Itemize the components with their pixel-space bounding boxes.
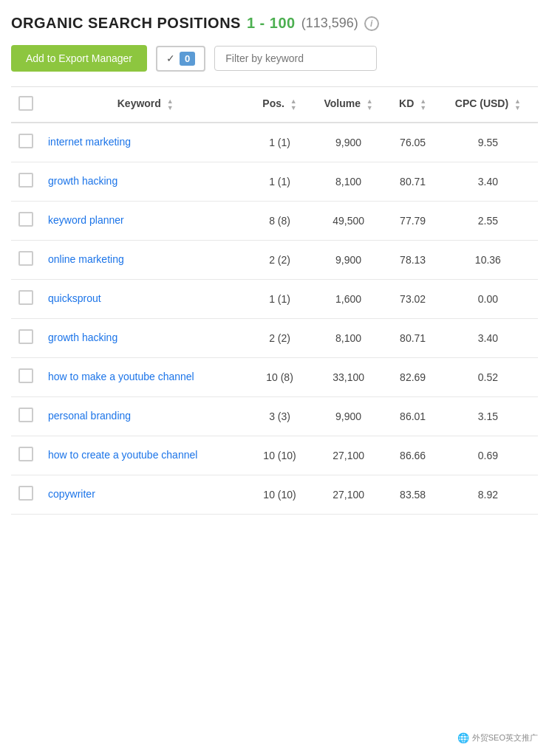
row-checkbox[interactable] — [18, 251, 33, 266]
header-checkbox[interactable] — [18, 96, 33, 111]
row-volume: 33,100 — [310, 358, 388, 397]
row-pos: 1 (1) — [250, 162, 309, 202]
keyword-link[interactable]: internet marketing — [48, 136, 131, 148]
row-keyword: quicksprout — [41, 280, 250, 319]
volume-sort-icon[interactable]: ▲▼ — [366, 98, 373, 111]
row-checkbox-cell — [11, 241, 41, 280]
header-keyword: Keyword ▲▼ — [41, 87, 250, 123]
row-checkbox-cell — [11, 319, 41, 358]
row-kd: 80.71 — [388, 162, 438, 202]
keyword-sort-icon[interactable]: ▲▼ — [167, 98, 174, 111]
row-kd: 80.71 — [388, 319, 438, 358]
table-row: growth hacking2 (2)8,10080.713.40 — [11, 319, 538, 358]
row-cpc: 0.52 — [438, 358, 538, 397]
row-keyword: copywriter — [41, 475, 250, 515]
header-volume: Volume ▲▼ — [310, 87, 388, 123]
row-volume: 1,600 — [310, 280, 388, 319]
watermark-icon: 🌐 — [457, 732, 469, 743]
row-volume: 27,100 — [310, 475, 388, 515]
keyword-link[interactable]: copywriter — [48, 488, 95, 500]
row-keyword: personal branding — [41, 397, 250, 436]
row-pos: 2 (2) — [250, 319, 309, 358]
row-pos: 8 (8) — [250, 202, 309, 241]
table-row: how to make a youtube channel10 (8)33,10… — [11, 358, 538, 397]
row-checkbox[interactable] — [18, 408, 33, 422]
keyword-link[interactable]: growth hacking — [48, 175, 117, 187]
export-button[interactable]: Add to Export Manager — [11, 45, 147, 72]
table-row: quicksprout1 (1)1,60073.020.00 — [11, 280, 538, 319]
row-pos: 10 (10) — [250, 436, 309, 475]
row-cpc: 10.36 — [438, 241, 538, 280]
main-container: ORGANIC SEARCH POSITIONS 1 - 100 (113,59… — [0, 0, 549, 529]
header-kd: KD ▲▼ — [388, 87, 438, 123]
watermark: 🌐 外贸SEO英文推广 — [454, 731, 542, 745]
row-cpc: 9.55 — [438, 123, 538, 162]
row-kd: 86.01 — [388, 397, 438, 436]
row-checkbox[interactable] — [18, 447, 33, 461]
row-kd: 73.02 — [388, 280, 438, 319]
keyword-link[interactable]: online marketing — [48, 253, 124, 265]
row-pos: 10 (8) — [250, 358, 309, 397]
row-checkbox[interactable] — [18, 290, 33, 305]
table-row: copywriter10 (10)27,10083.588.92 — [11, 475, 538, 515]
page-count: (113,596) — [301, 16, 358, 31]
pos-sort-icon[interactable]: ▲▼ — [290, 98, 297, 111]
kd-sort-icon[interactable]: ▲▼ — [420, 98, 426, 111]
row-keyword: internet marketing — [41, 123, 250, 162]
cpc-sort-icon[interactable]: ▲▼ — [514, 98, 521, 111]
row-checkbox[interactable] — [18, 212, 33, 227]
table-row: personal branding3 (3)9,90086.013.15 — [11, 397, 538, 436]
keyword-link[interactable]: personal branding — [48, 410, 131, 422]
keyword-filter-input[interactable] — [214, 46, 377, 71]
row-checkbox-cell — [11, 475, 41, 515]
row-checkbox[interactable] — [18, 173, 33, 188]
keyword-link[interactable]: keyword planner — [48, 214, 124, 226]
row-cpc: 2.55 — [438, 202, 538, 241]
info-icon[interactable]: i — [364, 16, 379, 31]
row-kd: 86.66 — [388, 436, 438, 475]
row-checkbox[interactable] — [18, 329, 33, 344]
row-checkbox[interactable] — [18, 486, 33, 501]
table-header-row: Keyword ▲▼ Pos. ▲▼ Volume ▲▼ KD ▲▼ CPC (… — [11, 87, 538, 123]
keyword-link[interactable]: quicksprout — [48, 292, 101, 304]
row-volume: 9,900 — [310, 241, 388, 280]
table-row: online marketing2 (2)9,90078.1310.36 — [11, 241, 538, 280]
row-volume: 49,500 — [310, 202, 388, 241]
row-pos: 3 (3) — [250, 397, 309, 436]
keyword-link[interactable]: how to create a youtube channel — [48, 449, 197, 461]
table-row: keyword planner8 (8)49,50077.792.55 — [11, 202, 538, 241]
page-header: ORGANIC SEARCH POSITIONS 1 - 100 (113,59… — [11, 15, 538, 32]
row-checkbox-cell — [11, 202, 41, 241]
row-checkbox-cell — [11, 280, 41, 319]
row-checkbox-cell — [11, 358, 41, 397]
header-checkbox-cell — [11, 87, 41, 123]
row-checkbox[interactable] — [18, 368, 33, 383]
header-pos: Pos. ▲▼ — [250, 87, 309, 123]
keywords-table: Keyword ▲▼ Pos. ▲▼ Volume ▲▼ KD ▲▼ CPC (… — [11, 86, 538, 515]
keyword-link[interactable]: growth hacking — [48, 331, 117, 343]
row-volume: 9,900 — [310, 123, 388, 162]
row-volume: 27,100 — [310, 436, 388, 475]
row-kd: 77.79 — [388, 202, 438, 241]
row-cpc: 0.00 — [438, 280, 538, 319]
selected-count-badge: 0 — [180, 52, 195, 66]
row-kd: 78.13 — [388, 241, 438, 280]
table-row: how to create a youtube channel10 (10)27… — [11, 436, 538, 475]
row-kd: 83.58 — [388, 475, 438, 515]
selected-count-button[interactable]: ✓ 0 — [156, 46, 205, 72]
row-pos: 2 (2) — [250, 241, 309, 280]
row-checkbox[interactable] — [18, 134, 33, 148]
row-keyword: growth hacking — [41, 162, 250, 202]
row-volume: 9,900 — [310, 397, 388, 436]
keyword-link[interactable]: how to make a youtube channel — [48, 371, 194, 382]
table-row: internet marketing1 (1)9,90076.059.55 — [11, 123, 538, 162]
table-row: growth hacking1 (1)8,10080.713.40 — [11, 162, 538, 202]
row-checkbox-cell — [11, 436, 41, 475]
row-pos: 1 (1) — [250, 280, 309, 319]
row-volume: 8,100 — [310, 319, 388, 358]
row-checkbox-cell — [11, 397, 41, 436]
row-keyword: online marketing — [41, 241, 250, 280]
row-keyword: how to make a youtube channel — [41, 358, 250, 397]
row-checkbox-cell — [11, 162, 41, 202]
row-volume: 8,100 — [310, 162, 388, 202]
